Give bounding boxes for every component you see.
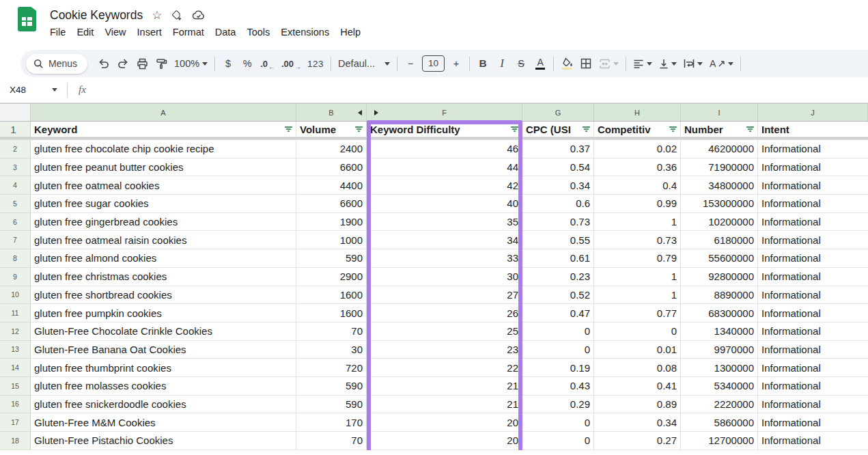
filter-icon[interactable] [284, 125, 293, 133]
column-header-h[interactable]: H [594, 104, 681, 121]
redo-button[interactable] [113, 54, 132, 73]
cell-number[interactable]: 8890000 [681, 286, 758, 305]
cell-keyword-difficulty[interactable]: 27 [367, 286, 522, 305]
decrease-font-size-button[interactable]: − [401, 54, 420, 73]
cell-competition[interactable]: 0.73 [594, 231, 681, 249]
cell-keyword-difficulty[interactable]: 33 [367, 249, 522, 268]
header-intent[interactable]: Intent [758, 122, 868, 137]
cell-number[interactable]: 68300000 [681, 304, 758, 322]
filter-icon[interactable] [354, 125, 363, 133]
cell-competition[interactable]: 0.08 [594, 359, 681, 377]
cell-number[interactable]: 1340000 [681, 322, 758, 341]
cell-keyword-difficulty[interactable]: 20 [367, 432, 522, 450]
label-icon[interactable] [171, 9, 183, 21]
select-all-corner[interactable] [0, 104, 31, 121]
cell-competition[interactable]: 0.02 [594, 140, 681, 158]
cell-volume[interactable]: 30 [296, 341, 367, 359]
cell-volume[interactable]: 1000 [296, 231, 367, 249]
cell-volume[interactable]: 590 [296, 249, 367, 268]
row-number[interactable]: 6 [0, 213, 31, 232]
cell-intent[interactable]: Informational [758, 249, 868, 268]
cell-keyword[interactable]: gluten free christmas cookies [31, 268, 296, 286]
cell-keyword[interactable]: Gluten-Free Chocolate Crinkle Cookies [31, 322, 296, 341]
menu-extensions[interactable]: Extensions [275, 25, 335, 40]
column-header-a[interactable]: A [31, 104, 296, 121]
cell-keyword[interactable]: gluten free oatmeal raisin cookies [31, 231, 296, 249]
menu-view[interactable]: View [99, 25, 131, 40]
chevron-down-icon[interactable] [52, 88, 57, 92]
row-number[interactable]: 1 [0, 122, 31, 137]
cell-intent[interactable]: Informational [758, 195, 868, 213]
cell-volume[interactable]: 1600 [296, 286, 367, 305]
cell-competition[interactable]: 0 [594, 322, 681, 341]
cell-number[interactable]: 12700000 [681, 432, 758, 450]
cell-volume[interactable]: 590 [296, 377, 367, 396]
cell-competition[interactable]: 0.99 [594, 195, 681, 213]
row-number[interactable]: 9 [0, 268, 31, 286]
cell-cpc[interactable]: 0.6 [522, 195, 594, 213]
cell-number[interactable]: 71900000 [681, 158, 758, 177]
decrease-decimal-button[interactable]: .0← [257, 54, 278, 73]
cell-cpc[interactable]: 0.47 [522, 304, 594, 322]
cell-keyword[interactable]: gluten free shortbread cookies [31, 286, 296, 305]
cell-competition[interactable]: 0.4 [594, 176, 681, 195]
cell-volume[interactable]: 70 [296, 432, 367, 450]
cell-number[interactable]: 46200000 [681, 140, 758, 158]
header-number[interactable]: Number [681, 122, 758, 137]
cell-competition[interactable]: 1 [594, 286, 681, 305]
borders-button[interactable] [576, 54, 596, 73]
cell-intent[interactable]: Informational [758, 304, 868, 322]
header-keyword[interactable]: Keyword [31, 122, 296, 137]
row-number[interactable]: 4 [0, 176, 31, 195]
cell-competition[interactable]: 1 [594, 268, 681, 286]
cell-cpc[interactable]: 0.52 [522, 286, 594, 305]
cell-cpc[interactable]: 0.29 [522, 396, 594, 414]
column-header-j[interactable]: J [758, 104, 868, 121]
header-keyword-difficulty[interactable]: Keyword Difficulty [367, 122, 522, 137]
cell-cpc[interactable]: 0.37 [522, 140, 594, 158]
format-percent-button[interactable]: % [238, 54, 257, 73]
cell-keyword-difficulty[interactable]: 34 [367, 231, 522, 249]
cell-intent[interactable]: Informational [758, 432, 868, 450]
cell-number[interactable]: 5860000 [681, 413, 758, 432]
filter-icon[interactable] [510, 125, 519, 133]
menu-tools[interactable]: Tools [241, 25, 275, 40]
menu-edit[interactable]: Edit [71, 25, 99, 40]
cell-number[interactable]: 55600000 [681, 249, 758, 268]
cell-intent[interactable]: Informational [758, 377, 868, 396]
star-icon[interactable]: ☆ [152, 10, 162, 21]
strikethrough-button[interactable]: S [512, 54, 531, 73]
cloud-status-icon[interactable] [192, 10, 206, 20]
cell-competition[interactable]: 0.01 [594, 341, 681, 359]
print-button[interactable] [132, 54, 152, 73]
cell-keyword-difficulty[interactable]: 23 [367, 341, 522, 359]
text-rotation-button[interactable]: A [706, 54, 737, 73]
cell-number[interactable]: 6180000 [681, 231, 758, 249]
cell-intent[interactable]: Informational [758, 396, 868, 414]
row-number[interactable]: 13 [0, 341, 31, 359]
document-title[interactable]: Cookie Keywords [50, 8, 143, 23]
menu-data[interactable]: Data [210, 25, 242, 40]
name-box[interactable]: X48 [0, 85, 52, 95]
sheets-logo-icon[interactable] [18, 7, 36, 31]
cell-number[interactable]: 34800000 [681, 176, 758, 195]
cell-keyword-difficulty[interactable]: 42 [367, 176, 522, 195]
increase-font-size-button[interactable]: + [447, 54, 466, 73]
cell-keyword[interactable]: gluten free peanut butter cookies [31, 158, 296, 177]
cell-volume[interactable]: 720 [296, 359, 367, 377]
header-cpc[interactable]: CPC (USI [522, 122, 594, 137]
cell-intent[interactable]: Informational [758, 322, 868, 341]
unhide-columns-left-icon[interactable] [358, 110, 362, 115]
format-currency-button[interactable]: $ [219, 54, 238, 73]
row-number[interactable]: 7 [0, 231, 31, 249]
cell-keyword[interactable]: gluten free snickerdoodle cookies [31, 396, 296, 414]
cell-keyword[interactable]: gluten free oatmeal cookies [31, 176, 296, 195]
filter-icon[interactable] [669, 125, 677, 133]
cell-competition[interactable]: 0.34 [594, 413, 681, 432]
vertical-align-button[interactable] [656, 54, 680, 73]
cell-keyword[interactable]: gluten free gingerbread cookies [31, 213, 296, 232]
cell-keyword[interactable]: gluten free molasses cookies [31, 377, 296, 396]
cell-volume[interactable]: 170 [296, 413, 367, 432]
cell-volume[interactable]: 1900 [296, 213, 367, 232]
cell-number[interactable]: 9970000 [681, 341, 758, 359]
